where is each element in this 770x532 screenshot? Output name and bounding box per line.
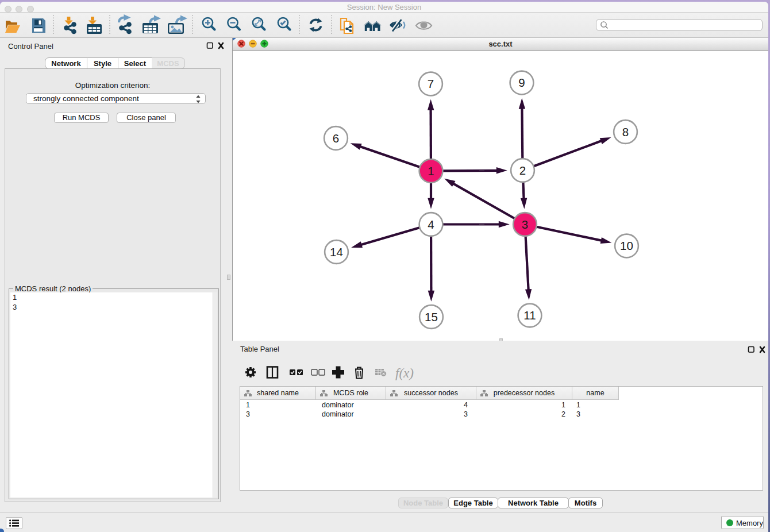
svg-text:9: 9 bbox=[518, 76, 525, 89]
svg-text:1: 1 bbox=[428, 164, 434, 178]
svg-text:4: 4 bbox=[428, 218, 434, 231]
svg-text:10: 10 bbox=[620, 239, 633, 252]
svg-text:15: 15 bbox=[425, 310, 438, 323]
svg-text:3: 3 bbox=[522, 218, 528, 231]
svg-text:14: 14 bbox=[330, 245, 343, 259]
svg-text:2: 2 bbox=[519, 164, 526, 177]
svg-text:8: 8 bbox=[622, 125, 629, 138]
svg-text:11: 11 bbox=[523, 309, 536, 322]
svg-text:7: 7 bbox=[428, 77, 434, 90]
svg-text:6: 6 bbox=[333, 132, 339, 145]
